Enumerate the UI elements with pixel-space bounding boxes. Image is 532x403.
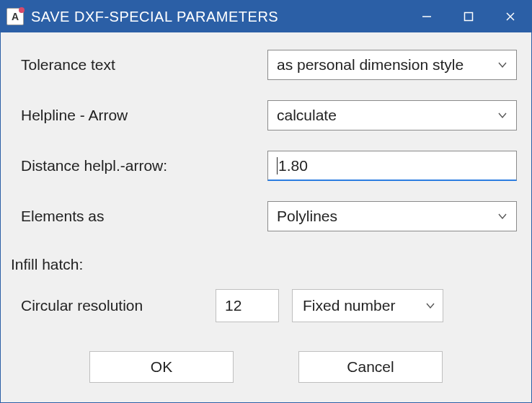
maximize-icon <box>464 12 474 22</box>
chevron-down-icon <box>496 110 509 120</box>
label-tolerance-text: Tolerance text <box>15 56 267 74</box>
row-tolerance-text: Tolerance text as personal dimension sty… <box>15 50 517 80</box>
cancel-button[interactable]: Cancel <box>298 351 443 383</box>
row-helpline-arrow: Helpline - Arrow calculate <box>15 100 517 130</box>
row-distance-helpl-arrow: Distance helpl.-arrow: 1.80 <box>15 151 517 181</box>
combo-elements-as-value: Polylines <box>277 208 496 225</box>
input-circular-resolution-count[interactable]: 12 <box>216 289 279 322</box>
titlebar: A SAVE DXF-SPECIAL PARAMETERS <box>1 1 531 32</box>
label-helpline-arrow: Helpline - Arrow <box>15 107 267 124</box>
minimize-icon <box>422 12 432 22</box>
row-elements-as: Elements as Polylines <box>15 201 517 231</box>
label-circular-resolution: Circular resolution <box>21 297 203 314</box>
app-icon-letter: A <box>12 11 19 22</box>
combo-helpline-arrow-value: calculate <box>277 107 496 124</box>
text-caret <box>277 157 278 174</box>
input-circular-resolution-value: 12 <box>225 297 241 314</box>
window-title: SAVE DXF-SPECIAL PARAMETERS <box>31 9 406 25</box>
combo-circular-resolution-mode[interactable]: Fixed number <box>292 289 443 322</box>
label-distance-helpl-arrow: Distance helpl.-arrow: <box>15 157 267 174</box>
ok-button[interactable]: OK <box>89 351 234 383</box>
row-circular-resolution: Circular resolution 12 Fixed number <box>15 289 517 322</box>
button-row: OK Cancel <box>15 351 517 383</box>
combo-circular-resolution-mode-value: Fixed number <box>303 297 395 314</box>
chevron-down-icon <box>425 297 435 314</box>
maximize-button[interactable] <box>448 1 489 32</box>
combo-helpline-arrow[interactable]: calculate <box>267 100 517 130</box>
window-controls <box>406 1 531 32</box>
minimize-button[interactable] <box>406 1 448 32</box>
cancel-button-label: Cancel <box>347 358 394 376</box>
combo-tolerance-text-value: as personal dimension style <box>277 56 496 74</box>
input-distance-value: 1.80 <box>278 157 308 174</box>
chevron-down-icon <box>496 211 509 221</box>
input-distance-helpl-arrow[interactable]: 1.80 <box>267 151 517 181</box>
dialog-window: A SAVE DXF-SPECIAL PARAMETERS Tolerance … <box>0 0 532 403</box>
app-icon: A <box>6 8 24 25</box>
svg-rect-1 <box>465 13 473 21</box>
ok-button-label: OK <box>151 358 172 376</box>
section-infill-hatch: Infill hatch: <box>11 256 517 273</box>
label-elements-as: Elements as <box>15 208 267 225</box>
combo-elements-as[interactable]: Polylines <box>267 201 517 231</box>
close-icon <box>505 12 515 22</box>
client-area: Tolerance text as personal dimension sty… <box>1 32 531 402</box>
close-button[interactable] <box>489 1 531 32</box>
combo-tolerance-text[interactable]: as personal dimension style <box>267 50 517 80</box>
chevron-down-icon <box>496 60 509 70</box>
